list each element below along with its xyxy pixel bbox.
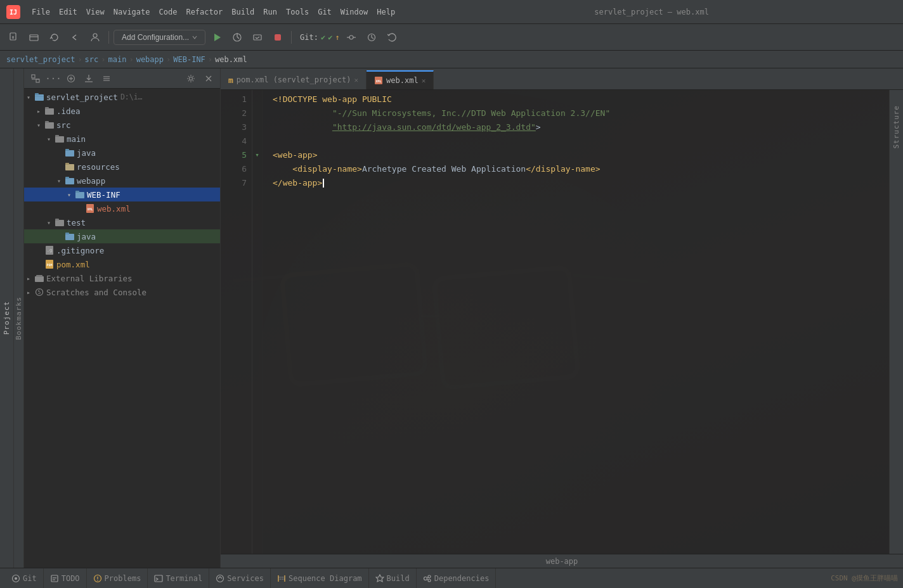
breadcrumb: servlet_project › src › main › webapp › … (0, 51, 903, 68)
menu-window[interactable]: Window (337, 6, 372, 18)
bookmarks-panel-toggle[interactable]: Bookmarks (14, 68, 24, 568)
git-check-icon[interactable]: ✔ (321, 33, 325, 42)
open-file-btn[interactable] (25, 29, 43, 46)
menu-bar: File Edit View Navigate Code Refactor Bu… (28, 6, 399, 18)
deps-icon (423, 574, 432, 583)
tab-webxml-close[interactable]: ✕ (422, 77, 426, 85)
svg-line-74 (427, 577, 428, 578)
git-rollback-btn[interactable] (383, 29, 401, 46)
menu-help[interactable]: Help (373, 6, 399, 18)
tree-item-scratches[interactable]: ▸ S Scratches and Console (24, 285, 220, 299)
svg-text:POM: POM (46, 263, 52, 267)
tree-item-main[interactable]: ▾ main (24, 132, 220, 146)
menu-run[interactable]: Run (259, 6, 281, 18)
breadcrumb-main[interactable]: main (108, 55, 127, 64)
run-button[interactable] (208, 29, 226, 46)
bottom-tab-problems[interactable]: ! Problems (87, 568, 148, 589)
tab-pomxml-label: pom.xml (servlet_project) (237, 75, 351, 84)
bottom-panel: Git TODO ! Problems Terminal Services Se… (0, 568, 903, 588)
tree-item-test[interactable]: ▾ test (24, 215, 220, 229)
structure-label-text: Structure (892, 105, 900, 149)
svg-rect-10 (275, 34, 281, 41)
tree-item-gitignore[interactable]: · .g .gitignore (24, 243, 220, 257)
profile-btn[interactable] (86, 29, 104, 46)
bottom-tab-git[interactable]: Git (5, 568, 44, 589)
scroll-to-btn[interactable] (81, 71, 96, 86)
three-dots-btn[interactable]: ··· (46, 71, 61, 86)
expand-all-btn[interactable] (99, 71, 114, 86)
code-line-6: 💡 <display-name>Archetype Created Web Ap… (273, 162, 903, 176)
bottom-tab-terminal[interactable]: Terminal (148, 568, 209, 589)
sync-btn[interactable] (46, 29, 63, 46)
build-btn[interactable] (228, 29, 246, 46)
coverage-btn[interactable] (249, 29, 266, 46)
code-area[interactable]: <!DOCTYPE web-app PUBLIC "-//Sun Microsy… (263, 90, 903, 554)
git-arrow-icon[interactable]: ↑ (335, 33, 339, 42)
breadcrumb-project[interactable]: servlet_project (6, 55, 75, 64)
tree-item-webinf[interactable]: ▾ WEB-INF (24, 188, 220, 201)
code-line-1: <!DOCTYPE web-app PUBLIC (273, 93, 903, 106)
svg-rect-40 (65, 178, 74, 184)
close-panel-btn[interactable] (201, 71, 216, 86)
settings-btn[interactable] (183, 71, 198, 86)
collapse-all-btn[interactable] (28, 71, 43, 86)
breadcrumb-webapp[interactable]: webapp (136, 55, 164, 64)
structure-panel-toggle[interactable]: Structure (889, 90, 903, 554)
tree-item-webapp[interactable]: ▾ webapp (24, 174, 220, 188)
git-tick-icon[interactable]: ✔ (328, 33, 332, 42)
stop-btn[interactable] (269, 29, 287, 46)
tab-pomxml[interactable]: m pom.xml (servlet_project) ✕ (221, 70, 367, 89)
tree-item-src[interactable]: ▾ src (24, 118, 220, 132)
toolbar: Add Configuration... Git: ✔ ✔ ↑ (0, 24, 903, 51)
menu-view[interactable]: View (82, 6, 108, 18)
svg-text:XML: XML (87, 207, 93, 211)
menu-tools[interactable]: Tools (282, 6, 313, 18)
tree-item-webxml[interactable]: · XML web.xml (24, 201, 220, 215)
bottom-tab-todo[interactable]: TODO (44, 568, 87, 589)
terminal-icon (154, 574, 163, 583)
breadcrumb-webinf[interactable]: WEB-INF (173, 55, 205, 64)
editor-info-bar: web-app (221, 554, 903, 568)
menu-code[interactable]: Code (155, 6, 181, 18)
project-panel-toggle[interactable]: Project (0, 68, 14, 568)
tree-item-resources[interactable]: ▾ resources (24, 160, 220, 174)
svg-rect-31 (45, 107, 49, 109)
sequence-tab-label: Sequence Diagram (289, 574, 362, 583)
back-btn[interactable] (66, 29, 84, 46)
breadcrumb-src[interactable]: src (85, 55, 99, 64)
problems-tab-label: Problems (105, 574, 141, 583)
todo-tab-label: TODO (62, 574, 80, 583)
svg-rect-15 (32, 75, 35, 78)
svg-rect-42 (75, 192, 84, 198)
tree-item-idea[interactable]: ▸ .idea (24, 104, 220, 118)
bottom-tab-sequence[interactable]: Sequence Diagram (271, 568, 369, 589)
code-line-2: "-//Sun Microsystems, Inc.//DTD Web Appl… (273, 106, 903, 120)
menu-git[interactable]: Git (314, 6, 335, 18)
run-config-button[interactable]: Add Configuration... (114, 30, 205, 45)
bottom-tab-services[interactable]: Services (209, 568, 271, 589)
menu-edit[interactable]: Edit (55, 6, 81, 18)
svg-rect-34 (55, 136, 64, 143)
tree-item-pomxml[interactable]: · POM pom.xml (24, 257, 220, 271)
tree-item-root[interactable]: ▾ servlet_project D:\i… (24, 90, 220, 104)
new-file-btn[interactable] (5, 29, 23, 46)
menu-navigate[interactable]: Navigate (110, 6, 154, 18)
code-line-3: "http://java.sun.com/dtd/web-app_2_3.dtd… (273, 120, 903, 134)
svg-line-75 (427, 579, 428, 580)
menu-file[interactable]: File (28, 6, 54, 18)
new-elem-btn[interactable] (63, 71, 79, 86)
bottom-tab-deps[interactable]: Dependencies (417, 568, 497, 589)
git-commit-btn[interactable] (342, 29, 360, 46)
tree-item-ext-libs[interactable]: ▸ External Libraries (24, 271, 220, 285)
svg-rect-47 (55, 219, 59, 220)
tree-item-java[interactable]: ▾ java (24, 146, 220, 160)
menu-build[interactable]: Build (228, 6, 258, 18)
bottom-tab-build[interactable]: Build (369, 568, 417, 589)
tree-item-test-java[interactable]: · java (24, 229, 220, 243)
tab-webxml[interactable]: XML web.xml ✕ (367, 70, 434, 89)
tab-pomxml-close[interactable]: ✕ (354, 76, 358, 84)
menu-refactor[interactable]: Refactor (182, 6, 226, 18)
svg-rect-9 (254, 35, 261, 40)
line-num-2: 2 (221, 106, 247, 120)
git-history-btn[interactable] (363, 29, 380, 46)
